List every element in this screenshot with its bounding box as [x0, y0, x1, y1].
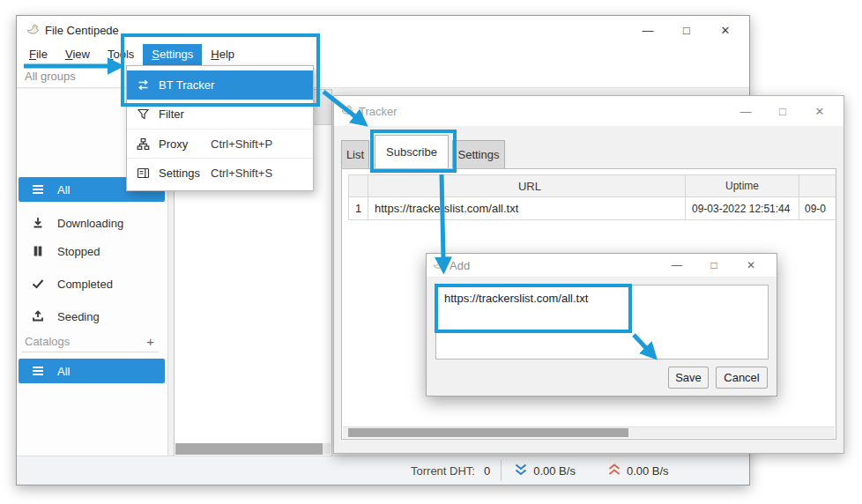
menu-file[interactable]: File [20, 44, 56, 65]
col-header-uptime[interactable]: Uptime [686, 174, 799, 197]
minimize-icon: — [672, 259, 682, 271]
menu-help[interactable]: Help [202, 44, 243, 65]
catalogs-label: Catalogs [25, 335, 70, 348]
main-window-controls: — □ ✕ [628, 16, 745, 44]
sidebar-catalog-all[interactable]: All [19, 359, 165, 383]
download-speed-icon [514, 463, 528, 478]
maximize-icon: □ [779, 105, 786, 118]
menu-item-label: Settings [159, 167, 200, 180]
upload-speed: 0.00 B/s [627, 464, 669, 478]
menu-shortcut: Ctrl+Shift+S [211, 167, 272, 180]
minimize-button[interactable]: — [727, 105, 764, 118]
download-speed: 0.00 B/s [533, 464, 576, 478]
main-window-title: File Centipede [45, 24, 119, 37]
add-dialog: Add — □ ✕ https://trackerslist.com/all.t… [426, 253, 777, 397]
add-dialog-title: Add [450, 259, 470, 272]
divider [501, 460, 502, 481]
upload-speed-icon [607, 463, 621, 478]
minimize-icon: — [643, 24, 654, 37]
add-dialog-controls: — □ ✕ [658, 254, 769, 277]
upload-icon [31, 309, 45, 323]
cancel-button[interactable]: Cancel [716, 367, 768, 389]
uptime-cell[interactable]: 09-03-2022 12:51:44 [686, 197, 799, 220]
menu-item-proxy[interactable]: Proxy Ctrl+Shift+P [127, 129, 313, 158]
maximize-button[interactable]: □ [695, 259, 732, 271]
tab-subscribe[interactable]: Subscribe [375, 135, 449, 168]
tracker-titlebar: Tracker — □ ✕ [334, 96, 843, 126]
screenshot-canvas: File Centipede — □ ✕ File View Tools Set… [0, 0, 862, 504]
maximize-button[interactable]: □ [764, 105, 801, 118]
close-icon: ✕ [721, 24, 731, 37]
minimize-icon: — [740, 105, 752, 118]
sidebar-item-stopped[interactable]: Stopped [19, 239, 165, 263]
menu-item-label: BT Tracker [159, 78, 214, 92]
app-duck-icon [432, 258, 444, 273]
tab-list[interactable]: List [341, 140, 369, 168]
minimize-button[interactable]: — [658, 259, 695, 271]
horizontal-scrollbar[interactable] [175, 443, 331, 455]
sidebar-item-seeding[interactable]: Seeding [19, 304, 165, 329]
menu-item-bt-tracker[interactable]: BT Tracker [127, 70, 313, 100]
url-cell[interactable]: https://trackerslist.com/all.txt [368, 197, 686, 220]
dht-label: Torrent DHT: [411, 464, 475, 478]
sidebar-item-completed[interactable]: Completed [19, 271, 165, 296]
bt-tracker-icon [137, 78, 150, 92]
menu-item-label: Filter [159, 107, 184, 121]
extra-cell[interactable]: 09-0 [799, 197, 836, 220]
menu-view[interactable]: View [56, 44, 99, 65]
sidebar-item-label: All [57, 183, 70, 196]
dht-value: 0 [484, 464, 490, 478]
menubar: File View Tools Settings Help [17, 44, 749, 65]
minimize-button[interactable]: — [628, 24, 667, 37]
settings-dropdown-menu: BT Tracker Filter Proxy Ctrl+Shift+P Set… [126, 65, 314, 191]
table-row[interactable]: 1 https://trackerslist.com/all.txt 09-03… [348, 197, 836, 220]
sidebar-item-label: Completed [57, 278, 113, 291]
check-icon [31, 277, 45, 291]
download-icon [31, 216, 45, 230]
sidebar-item-label: Downloading [57, 217, 123, 230]
tab-settings[interactable]: Settings [452, 140, 505, 168]
close-button[interactable]: ✕ [801, 105, 838, 118]
save-button[interactable]: Save [668, 367, 709, 389]
menu-settings[interactable]: Settings [143, 44, 202, 65]
menu-tools[interactable]: Tools [99, 44, 143, 65]
table-header-row: URL Uptime [348, 174, 836, 197]
all-groups-dropdown[interactable]: All groups [25, 70, 76, 83]
tracker-window-controls: — □ ✕ [727, 96, 838, 126]
close-icon: ✕ [747, 259, 755, 271]
add-catalog-button[interactable]: + [146, 334, 154, 349]
app-duck-icon [26, 22, 40, 39]
close-button[interactable]: ✕ [732, 259, 769, 271]
tracker-window-title: Tracker [359, 105, 398, 118]
main-titlebar: File Centipede — □ ✕ [17, 16, 749, 44]
hamburger-icon [31, 364, 45, 378]
divider [22, 352, 159, 352]
sidebar-item-label: Seeding [57, 310, 100, 323]
menu-item-settings[interactable]: Settings Ctrl+Shift+S [127, 158, 313, 187]
row-number-cell[interactable]: 1 [348, 197, 368, 220]
tracker-url-input[interactable]: https://trackerslist.com/all.txt [435, 285, 769, 359]
sidebar-item-label: Stopped [57, 245, 100, 258]
col-header-num[interactable] [348, 174, 368, 197]
scrollbar-thumb[interactable] [348, 428, 628, 437]
maximize-button[interactable]: □ [667, 24, 706, 37]
pause-icon [31, 244, 45, 258]
add-dialog-titlebar: Add — □ ✕ [427, 254, 777, 278]
proxy-icon [137, 137, 150, 151]
col-header-extra[interactable] [799, 174, 836, 197]
app-duck-icon [340, 103, 353, 119]
settings-icon [137, 167, 150, 180]
sidebar-item-label: All [57, 365, 70, 378]
horizontal-scrollbar[interactable] [343, 426, 835, 438]
sidebar-item-downloading[interactable]: Downloading [19, 211, 165, 235]
menu-item-label: Proxy [159, 137, 188, 151]
close-icon: ✕ [815, 105, 825, 118]
close-button[interactable]: ✕ [706, 24, 745, 37]
catalogs-header: Catalogs + [17, 331, 168, 351]
menu-item-filter[interactable]: Filter [127, 100, 313, 129]
scrollbar-thumb[interactable] [175, 443, 323, 455]
maximize-icon: □ [710, 259, 717, 271]
menu-shortcut: Ctrl+Shift+P [211, 137, 272, 151]
col-header-url[interactable]: URL [368, 174, 686, 197]
filter-icon [137, 107, 150, 121]
